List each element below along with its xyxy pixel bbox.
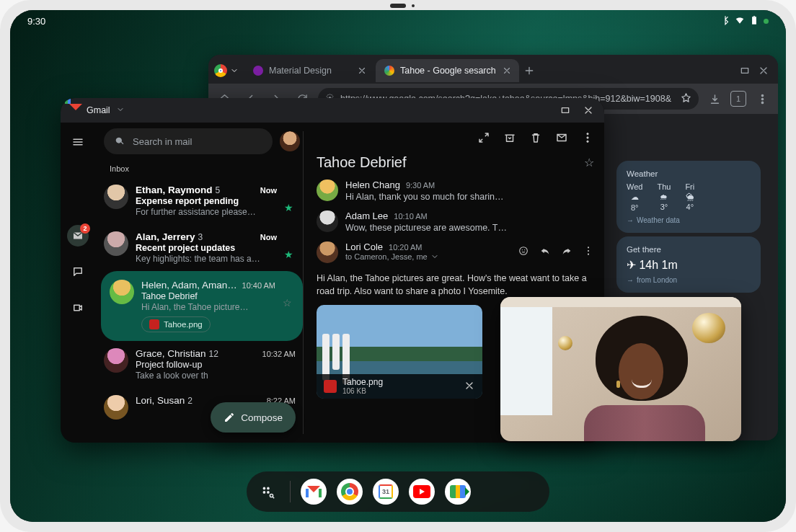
mail-badge: 2 bbox=[80, 223, 90, 234]
nav-meet[interactable] bbox=[67, 297, 89, 319]
message-collapsed[interactable]: Helen Chang9:30 AM Hi Alan, thank you so… bbox=[317, 179, 594, 202]
star-icon[interactable]: ☆ bbox=[584, 156, 594, 169]
app-launcher-button[interactable] bbox=[255, 479, 280, 504]
emoji-react-icon[interactable] bbox=[518, 245, 529, 260]
thread-item[interactable]: Ethan, Raymond5Now Expense report pendin… bbox=[101, 177, 303, 224]
thread-sender: Helen, Adam, Amanda4 bbox=[141, 280, 238, 291]
favicon-icon bbox=[384, 66, 394, 76]
thread-snippet: Hi Alan, the Tahoe picture… bbox=[141, 302, 275, 312]
expand-icon[interactable] bbox=[477, 131, 490, 147]
star-icon[interactable]: ★ bbox=[284, 202, 296, 217]
battery-icon bbox=[749, 15, 759, 27]
tab-close-button[interactable] bbox=[502, 66, 512, 76]
lamp-decor bbox=[558, 336, 572, 350]
message-recipients[interactable]: to Cameron, Jesse, me bbox=[345, 252, 510, 261]
gmail-titlebar[interactable]: Gmail bbox=[61, 98, 604, 123]
thread-time: Now bbox=[260, 233, 277, 241]
svg-rect-1 bbox=[741, 68, 748, 74]
tab-title: Material Design bbox=[269, 66, 351, 76]
chevron-down-icon[interactable] bbox=[116, 105, 125, 116]
get-there-card[interactable]: Get there ✈ 14h 1m →from London bbox=[616, 236, 761, 293]
archive-icon[interactable] bbox=[503, 131, 516, 147]
front-camera bbox=[390, 4, 406, 8]
message-preview: Wow, these picturese are awesome. T… bbox=[345, 223, 594, 233]
message-collapsed[interactable]: Adam Lee10:10 AM Wow, these picturese ar… bbox=[317, 210, 594, 233]
delete-icon[interactable] bbox=[529, 131, 542, 147]
reader-action-bar bbox=[317, 128, 594, 150]
thread-subject: Project follow-up bbox=[136, 360, 296, 370]
chrome-app-menu[interactable] bbox=[214, 64, 243, 77]
tab-tahoe-search[interactable]: Tahoe - Google sesarch bbox=[376, 59, 519, 82]
overflow-menu-icon[interactable] bbox=[583, 245, 594, 260]
attachment-preview[interactable]: Tahoe.png 106 KB bbox=[317, 305, 482, 399]
taskbar-app-calendar[interactable] bbox=[373, 479, 399, 505]
sender-avatar bbox=[110, 280, 134, 304]
tablet-bezel: 9:30 bbox=[0, 0, 796, 532]
tab-count-button[interactable]: 1 bbox=[730, 91, 746, 107]
weather-more-link[interactable]: →Weather data bbox=[627, 216, 751, 224]
sender-avatar bbox=[317, 210, 338, 232]
taskbar-app-youtube[interactable] bbox=[409, 479, 435, 505]
account-avatar[interactable] bbox=[280, 131, 300, 151]
thread-time: Now bbox=[260, 186, 277, 195]
plane-icon: ✈ bbox=[627, 259, 639, 271]
overflow-menu-icon[interactable] bbox=[581, 131, 594, 147]
search-input[interactable]: Search in mail bbox=[104, 128, 273, 154]
home-screen: 9:30 bbox=[10, 10, 786, 522]
forward-icon[interactable] bbox=[561, 245, 572, 260]
weather-day: Wed☁8° bbox=[627, 182, 642, 212]
thread-item[interactable]: Grace, Christian1210:32 AM Project follo… bbox=[101, 341, 303, 388]
tab-close-button[interactable] bbox=[357, 66, 367, 76]
thread-item[interactable]: Alan, Jerrery3Now Recent project updates… bbox=[101, 224, 303, 271]
mark-unread-icon[interactable] bbox=[555, 131, 568, 147]
nav-mail[interactable]: 2 bbox=[67, 225, 89, 247]
gmail-nav-rail: 2 bbox=[61, 123, 95, 443]
status-bar: 9:30 bbox=[10, 10, 786, 32]
star-icon[interactable]: ☆ bbox=[283, 297, 294, 332]
weather-card[interactable]: Weather Wed☁8° Thu🌧3° Fri🌦4° →Weather da… bbox=[616, 161, 761, 233]
reply-icon[interactable] bbox=[539, 245, 551, 260]
taskbar-app-meet[interactable] bbox=[445, 479, 471, 505]
image-file-icon bbox=[149, 319, 159, 329]
overflow-menu-button[interactable] bbox=[752, 89, 772, 109]
image-file-icon bbox=[324, 380, 337, 393]
wifi-icon bbox=[735, 15, 745, 27]
compose-button[interactable]: Compose bbox=[211, 402, 296, 433]
thread-item-active[interactable]: Helen, Adam, Amanda410:40 AM Tahoe Debri… bbox=[101, 271, 303, 341]
thread-sender: Grace, Christian12 bbox=[136, 348, 218, 359]
nav-chat[interactable] bbox=[67, 261, 89, 283]
chevron-down-icon bbox=[230, 66, 239, 75]
star-icon[interactable]: ★ bbox=[284, 249, 296, 264]
attachment-chip[interactable]: Tahoe.png bbox=[141, 316, 211, 332]
download-button[interactable] bbox=[704, 89, 725, 109]
chevron-down-icon bbox=[430, 252, 439, 261]
tab-title: Tahoe - Google sesarch bbox=[400, 66, 496, 76]
thread-sender: Lori, Susan2 bbox=[136, 395, 193, 406]
favicon-icon bbox=[253, 66, 263, 76]
svg-rect-6 bbox=[562, 108, 568, 113]
svg-point-3 bbox=[761, 94, 763, 96]
svg-point-11 bbox=[522, 249, 523, 250]
window-close-button[interactable] bbox=[580, 102, 597, 119]
taskbar-app-chrome[interactable] bbox=[337, 479, 363, 505]
tab-material-design[interactable]: Material Design bbox=[244, 59, 374, 82]
compose-label: Compose bbox=[241, 412, 283, 423]
video-call-pip[interactable] bbox=[500, 297, 741, 441]
window-maximize-button[interactable] bbox=[736, 62, 753, 79]
taskbar[interactable] bbox=[247, 471, 549, 512]
window-maximize-button[interactable] bbox=[557, 102, 574, 119]
svg-point-14 bbox=[588, 250, 589, 252]
nav-menu-button[interactable] bbox=[67, 131, 89, 153]
bookmark-star-icon[interactable] bbox=[681, 92, 691, 105]
close-icon[interactable] bbox=[464, 380, 475, 394]
window-close-button[interactable] bbox=[755, 62, 772, 79]
thread-sender: Ethan, Raymond5 bbox=[136, 185, 220, 195]
taskbar-app-gmail[interactable] bbox=[301, 479, 327, 505]
svg-point-7 bbox=[587, 133, 588, 135]
inbox-section-label: Inbox bbox=[101, 160, 303, 177]
message-from: Helen Chang9:30 AM bbox=[345, 179, 594, 190]
thread-subject: Tahoe Debrief bbox=[141, 291, 275, 301]
svg-point-16 bbox=[263, 487, 266, 490]
svg-rect-0 bbox=[753, 16, 755, 17]
new-tab-button[interactable] bbox=[521, 62, 538, 79]
